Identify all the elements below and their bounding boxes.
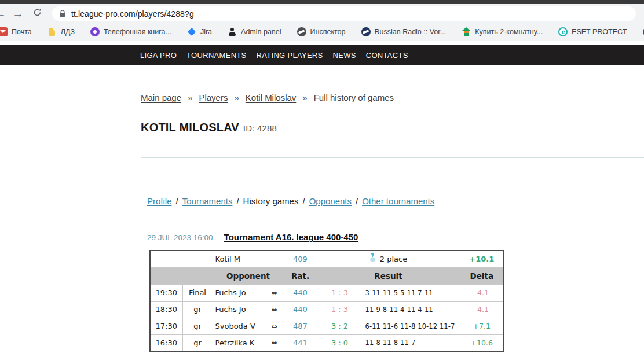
browser-window: ← → tt.league-pro.com/players/4288?g Поч… [0, 0, 644, 41]
bookmark-2[interactable]: Купить 2-комнатну... [462, 27, 543, 36]
bookmark-admin-panel[interactable]: Admin panel [228, 27, 281, 36]
profile-tabs: Profile/Tournaments/History games/Oppone… [147, 196, 434, 206]
summary-player-name: Kotil M [213, 251, 284, 267]
reload-icon[interactable] [28, 8, 46, 19]
game-delta: -4.1 [460, 284, 504, 301]
summary-place-cell: 2 place [317, 251, 460, 267]
breadcrumb-full-history-of-games: Full history of games [314, 93, 394, 102]
opponent-rating: 440 [284, 301, 317, 318]
game-score: 3 : 0 [317, 334, 363, 351]
tournament-datetime: 29 JUL 2023 16:00 [147, 233, 213, 242]
tab-separator: / [302, 196, 305, 206]
opponent-name: Svoboda V [213, 318, 265, 334]
house-icon [462, 27, 471, 36]
game-score: 3 : 2 [317, 318, 363, 334]
nav-item-news[interactable]: NEWS [333, 51, 356, 60]
opponent-rating: 440 [284, 284, 317, 301]
radio-icon [361, 27, 371, 36]
back-icon[interactable]: ← [0, 8, 9, 19]
bookmark-label: Russian Radio :: Vor... [375, 28, 447, 36]
bookmark-label: Купить 2-комнатну... [475, 28, 543, 36]
bookmark-russian-radio-vor[interactable]: Russian Radio :: Vor... [361, 27, 447, 36]
tab-separator: / [176, 196, 178, 206]
tab-profile[interactable]: Profile [147, 196, 172, 206]
bookmark-item[interactable]: Почта [0, 27, 32, 36]
forward-icon[interactable]: → [9, 8, 27, 19]
nav-item-tournaments[interactable]: TOURNAMENTS [186, 51, 246, 60]
opponent-name: Petrzilka K [213, 334, 265, 351]
game-row: 17:30grSvoboda V⇔4873 : 26-11 11-6 11-8 … [150, 318, 504, 334]
url-text: tt.league-pro.com/players/4288?g [71, 9, 194, 19]
summary-place-label: 2 place [380, 255, 407, 263]
game-time: 16:30 [150, 334, 182, 351]
game-delta: +10.6 [460, 334, 504, 351]
lock-icon[interactable] [59, 10, 66, 17]
header-empty-cell [150, 267, 213, 284]
game-score: 1 : 3 [317, 301, 363, 318]
game-stage: Final [182, 284, 213, 301]
page-icon [47, 27, 57, 36]
window-top-strip [0, 0, 644, 4]
nav-item-contacts[interactable]: CONTACTS [366, 51, 408, 60]
bookmark-item[interactable]: ЛДЗ [47, 27, 75, 36]
breadcrumb-players[interactable]: Players [199, 93, 228, 102]
bookmark-label: Телефонная книга... [104, 28, 171, 36]
opponent-rating: 487 [284, 318, 317, 334]
bookmark-label: Инспектор [310, 28, 346, 36]
game-stage: gr [182, 334, 213, 351]
browser-toolbar: ← → tt.league-pro.com/players/4288?g [0, 4, 644, 23]
tab-tournaments[interactable]: Tournaments [182, 196, 233, 206]
tab-separator: / [236, 196, 239, 206]
game-time: 19:30 [150, 284, 182, 301]
bookmark-item[interactable]: Телефонная книга... [90, 27, 171, 36]
address-bar[interactable]: tt.league-pro.com/players/4288?g [52, 6, 636, 21]
tournament-link[interactable]: Tournament A16. league 400-450 [224, 232, 358, 242]
summary-delta: +10.1 [460, 251, 504, 267]
game-points: 11-9 8-11 4-11 4-11 [363, 301, 460, 318]
col-header-rating: Rat. [284, 267, 317, 284]
game-delta: +7.1 [460, 318, 504, 334]
site-nav: LIGA PROTOURNAMENTSRATING PLAYERSNEWSCON… [0, 45, 644, 65]
bookmarks-bar: ПочтаЛДЗТелефонная книга...JiraAdmin pan… [0, 23, 644, 41]
summary-empty-cell [150, 251, 213, 267]
swap-arrow-icon: ⇔ [265, 334, 284, 351]
nav-item-rating-players[interactable]: RATING PLAYERS [257, 51, 323, 60]
swap-arrow-icon: ⇔ [265, 318, 284, 334]
second-place-medal-icon [369, 253, 376, 264]
tab-opponents[interactable]: Opponents [309, 196, 352, 206]
game-time: 18:30 [150, 301, 182, 318]
bookmark-item[interactable]: Инспектор [297, 27, 346, 36]
game-points: 11-8 11-8 11-7 [363, 334, 460, 351]
breadcrumb-main-page[interactable]: Main page [141, 93, 181, 102]
bookmark-jira[interactable]: Jira [187, 27, 212, 36]
tab-history-games: History games [243, 196, 299, 206]
breadcrumb-separator: » [302, 93, 307, 102]
opponent-name: Fuchs Jo [213, 301, 265, 318]
admin-icon [228, 27, 237, 36]
bookmark-label: Почта [12, 28, 32, 36]
bookmark-label: ESET PROTECT [572, 28, 627, 36]
swap-arrow-icon: ⇔ [265, 301, 284, 318]
tournament-header: 29 JUL 2023 16:00 Tournament A16. league… [147, 232, 358, 242]
mail-icon [0, 27, 8, 36]
game-row: 16:30grPetrzilka K⇔4413 : 011-8 11-8 11-… [150, 334, 504, 351]
globe-icon [297, 27, 306, 36]
summary-row: Kotil M 409 2 place +10.1 [150, 251, 504, 267]
game-time: 17:30 [150, 318, 182, 334]
tab-other-tournaments[interactable]: Other tournaments [362, 196, 434, 206]
breadcrumb-separator: » [188, 93, 192, 102]
games-table: Kotil M 409 2 place +10.1 [149, 250, 504, 352]
breadcrumb-separator: » [234, 93, 239, 102]
breadcrumb-kotil-miloslav[interactable]: Kotil Miloslav [246, 93, 297, 102]
bookmark-label: Jira [200, 28, 212, 36]
bookmark-label: Admin panel [241, 28, 281, 36]
col-header-opponent: Opponent [213, 267, 284, 284]
nav-item-liga-pro[interactable]: LIGA PRO [140, 51, 177, 60]
col-header-result: Result [317, 267, 460, 284]
player-name: KOTIL MILOSLAV [141, 121, 239, 134]
game-row: 18:30grFuchs Jo⇔4401 : 311-9 8-11 4-11 4… [150, 301, 504, 318]
bookmark-eset-protect[interactable]: ESET PROTECT [558, 27, 627, 36]
opponent-rating: 441 [284, 334, 317, 351]
page-title: KOTIL MILOSLAVID: 4288 [141, 121, 644, 134]
content-panel: Profile/Tournaments/History games/Oppone… [141, 157, 644, 364]
